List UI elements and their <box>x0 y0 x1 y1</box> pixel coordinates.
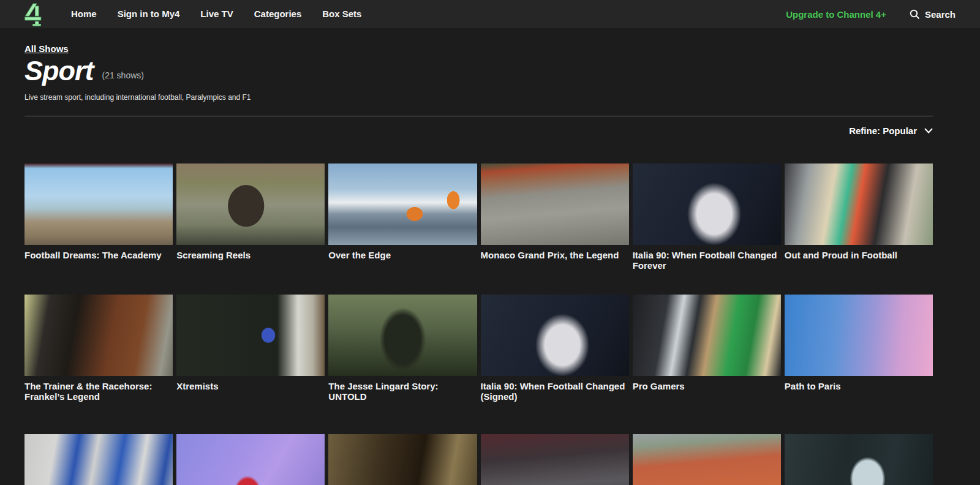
chevron-down-icon <box>924 128 933 133</box>
show-thumbnail[interactable] <box>328 434 477 485</box>
show-title[interactable]: Monaco Grand Prix, the Legend <box>481 245 629 260</box>
page-title: Sport <box>24 57 94 85</box>
show-card-football-dreams[interactable]: Football Dreams: The Academy <box>24 164 173 295</box>
header-divider <box>24 116 933 116</box>
search-button[interactable]: Search <box>910 9 956 20</box>
show-card-xtremists[interactable]: Xtremists <box>176 295 325 434</box>
channel4-logo-icon[interactable] <box>24 3 42 26</box>
refine-bar: Refine: Popular <box>24 124 933 137</box>
show-title[interactable]: Out and Proud in Football <box>785 245 933 260</box>
show-grid-row-2: The Trainer & the Racehorse: Frankel’s L… <box>24 295 933 434</box>
show-card[interactable] <box>176 434 325 485</box>
show-card-path-to-paris[interactable]: Path to Paris <box>785 295 933 434</box>
category-description: Live stream sport, including internation… <box>24 93 933 102</box>
show-thumbnail[interactable] <box>633 164 781 245</box>
show-thumbnail[interactable] <box>785 295 933 376</box>
show-card-monaco-grand-prix[interactable]: Monaco Grand Prix, the Legend <box>481 164 629 295</box>
show-thumbnail[interactable] <box>481 295 629 376</box>
show-count-badge: (21 shows) <box>102 70 144 85</box>
show-thumbnail[interactable] <box>24 295 173 376</box>
search-icon <box>910 9 920 20</box>
show-thumbnail[interactable] <box>176 434 325 485</box>
show-thumbnail[interactable] <box>633 295 781 376</box>
show-thumbnail[interactable] <box>328 295 477 376</box>
show-title[interactable]: Italia 90: When Football Changed (Signed… <box>481 376 629 402</box>
show-card-italia-90-signed[interactable]: Italia 90: When Football Changed (Signed… <box>481 295 629 434</box>
nav-links: Home Sign in to My4 Live TV Categories B… <box>71 9 382 20</box>
show-grid-row-1: Football Dreams: The Academy Screaming R… <box>24 164 933 295</box>
show-card-pro-gamers[interactable]: Pro Gamers <box>633 295 781 434</box>
nav-item-categories[interactable]: Categories <box>254 9 302 19</box>
nav-item-home[interactable]: Home <box>71 9 97 19</box>
nav-item-box-sets[interactable]: Box Sets <box>322 9 361 19</box>
category-page: All Shows Sport (21 shows) Live stream s… <box>24 28 933 485</box>
show-title[interactable]: Path to Paris <box>785 376 933 391</box>
refine-label: Refine: Popular <box>849 126 917 136</box>
show-thumbnail[interactable] <box>785 434 933 485</box>
show-thumbnail[interactable] <box>481 164 629 245</box>
show-thumbnail[interactable] <box>24 434 173 485</box>
show-thumbnail[interactable] <box>24 164 173 245</box>
show-card-italia-90-forever[interactable]: Italia 90: When Football Changed Forever <box>633 164 781 295</box>
show-thumbnail[interactable] <box>481 434 629 485</box>
show-card[interactable] <box>785 434 933 485</box>
show-title[interactable]: The Trainer & the Racehorse: Frankel’s L… <box>24 376 173 402</box>
show-title[interactable]: Screaming Reels <box>176 245 325 260</box>
show-title[interactable]: Xtremists <box>176 376 325 391</box>
show-card[interactable] <box>481 434 629 485</box>
show-card-over-the-edge[interactable]: Over the Edge <box>328 164 477 295</box>
show-card-out-and-proud[interactable]: Out and Proud in Football <box>785 164 933 295</box>
nav-right-group: Upgrade to Channel 4+ Search <box>786 9 956 20</box>
upgrade-channel4plus-link[interactable]: Upgrade to Channel 4+ <box>786 9 886 20</box>
top-navigation-bar: Home Sign in to My4 Live TV Categories B… <box>0 0 980 28</box>
show-thumbnail[interactable] <box>176 295 325 376</box>
show-title[interactable]: The Jesse Lingard Story: UNTOLD <box>328 376 477 402</box>
show-thumbnail[interactable] <box>633 434 781 485</box>
show-card[interactable] <box>633 434 781 485</box>
nav-item-sign-in[interactable]: Sign in to My4 <box>118 9 180 19</box>
refine-dropdown[interactable]: Refine: Popular <box>849 124 933 137</box>
show-card[interactable] <box>328 434 477 485</box>
show-card[interactable] <box>24 434 173 485</box>
title-row: Sport (21 shows) <box>24 57 933 85</box>
show-thumbnail[interactable] <box>328 164 477 245</box>
breadcrumb-all-shows[interactable]: All Shows <box>24 43 69 54</box>
show-grid-row-3 <box>24 434 933 485</box>
show-card-jesse-lingard[interactable]: The Jesse Lingard Story: UNTOLD <box>328 295 477 434</box>
show-card-screaming-reels[interactable]: Screaming Reels <box>176 164 325 295</box>
show-title[interactable]: Italia 90: When Football Changed Forever <box>633 245 781 271</box>
show-thumbnail[interactable] <box>176 164 325 245</box>
show-title[interactable]: Pro Gamers <box>633 376 781 391</box>
nav-item-live-tv[interactable]: Live TV <box>200 9 233 19</box>
show-thumbnail[interactable] <box>785 164 933 245</box>
search-label: Search <box>925 9 956 20</box>
show-card-trainer-racehorse[interactable]: The Trainer & the Racehorse: Frankel’s L… <box>24 295 173 434</box>
show-title[interactable]: Over the Edge <box>328 245 477 260</box>
show-title[interactable]: Football Dreams: The Academy <box>24 245 173 260</box>
